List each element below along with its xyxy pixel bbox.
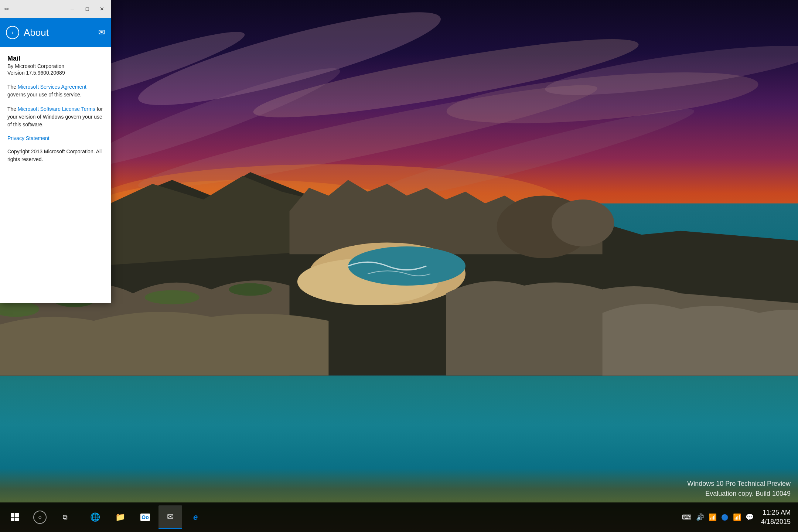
tray-icons: ⌨ 🔊 📶 🔵 📶 💬 — [682, 513, 754, 521]
svg-point-19 — [552, 200, 614, 246]
cortana-icon: ○ — [33, 511, 47, 524]
system-clock[interactable]: 11:25 AM 4/18/2015 — [757, 507, 795, 528]
taskbar: ○ ⧉ 🌐 📁 Oo ✉ e ⌨ 🔊 📶 — [0, 502, 798, 532]
svg-rect-27 — [15, 518, 19, 521]
minimize-button[interactable]: ─ — [65, 1, 80, 16]
license-text-prefix: The — [7, 106, 18, 112]
cortana-button[interactable]: ○ — [28, 505, 52, 529]
mail-taskbar-icon: ✉ — [167, 512, 174, 522]
about-content: Mail By Microsoft Corporation Version 17… — [0, 47, 111, 303]
clock-date: 4/18/2015 — [761, 517, 791, 526]
services-text-suffix: governs your use of this service. — [7, 92, 82, 98]
desktop-wallpaper — [0, 0, 798, 532]
signal-icon[interactable]: 📶 — [733, 513, 741, 521]
browser-tile-button[interactable]: 🌐 — [83, 505, 107, 529]
license-terms-link[interactable]: Microsoft Software License Terms — [18, 106, 95, 112]
outlook-button[interactable]: Oo — [133, 505, 157, 529]
app-developer: By Microsoft Corporation — [7, 63, 103, 69]
svg-rect-26 — [11, 518, 14, 521]
network-icon[interactable]: 📶 — [709, 513, 717, 521]
app-header: ‹ About ✉ — [0, 18, 111, 47]
pencil-icon[interactable]: ✏ — [4, 6, 9, 13]
volume-icon[interactable]: 🔊 — [696, 513, 704, 521]
svg-point-22 — [145, 290, 200, 304]
folder-icon: 📁 — [115, 512, 125, 522]
window-controls: ─ □ ✕ — [65, 1, 109, 16]
system-tray: ⌨ 🔊 📶 🔵 📶 💬 11:25 AM 4/18/2015 — [682, 507, 795, 528]
ie-button[interactable]: e — [184, 505, 207, 529]
globe-icon: 🌐 — [90, 512, 100, 522]
page-title: About — [24, 27, 98, 38]
svg-rect-25 — [15, 513, 19, 517]
svg-rect-24 — [11, 513, 14, 517]
taskbar-divider — [80, 510, 80, 525]
mail-button[interactable]: ✉ — [158, 505, 182, 529]
task-view-icon: ⧉ — [63, 514, 68, 521]
svg-point-17 — [348, 246, 466, 286]
mail-app-window: ✏ ─ □ ✕ ‹ About ✉ Mail By Microsoft Corp… — [0, 0, 111, 303]
services-agreement-link[interactable]: Microsoft Services Agreement — [18, 84, 86, 90]
watermark-line1: Windows 10 Pro Technical Preview — [687, 479, 791, 489]
app-name: Mail — [7, 55, 103, 62]
privacy-statement-link[interactable]: Privacy Statement — [7, 135, 103, 141]
outlook-icon: Oo — [140, 514, 150, 521]
maximize-button[interactable]: □ — [80, 1, 95, 16]
bluetooth-icon[interactable]: 🔵 — [721, 514, 729, 521]
title-bar: ✏ ─ □ ✕ — [0, 0, 111, 18]
services-text-prefix: The — [7, 84, 18, 90]
file-explorer-button[interactable]: 📁 — [108, 505, 132, 529]
back-icon: ‹ — [11, 29, 13, 36]
copyright-text: Copyright 2013 Microsoft Corporation. Al… — [7, 148, 103, 163]
app-version: Version 17.5.9600.20689 — [7, 70, 103, 76]
action-center-icon[interactable]: 💬 — [746, 513, 754, 521]
start-button[interactable] — [3, 505, 27, 529]
ie-icon: e — [193, 512, 198, 522]
close-button[interactable]: ✕ — [95, 1, 109, 16]
clock-time: 11:25 AM — [761, 508, 791, 517]
svg-point-23 — [229, 283, 272, 296]
license-terms-paragraph: The Microsoft Software License Terms for… — [7, 105, 103, 129]
keyboard-icon[interactable]: ⌨ — [682, 513, 692, 521]
windows-watermark: Windows 10 Pro Technical Preview Evaluat… — [687, 479, 791, 499]
services-agreement-paragraph: The Microsoft Services Agreement governs… — [7, 83, 103, 99]
back-button[interactable]: ‹ — [6, 26, 19, 39]
windows-logo-icon — [10, 513, 19, 522]
taskbar-left: ○ ⧉ 🌐 📁 Oo ✉ e — [3, 505, 207, 529]
compose-mail-icon[interactable]: ✉ — [98, 28, 105, 37]
watermark-line2: Evaluation copy. Build 10049 — [687, 489, 791, 499]
task-view-button[interactable]: ⧉ — [53, 505, 77, 529]
